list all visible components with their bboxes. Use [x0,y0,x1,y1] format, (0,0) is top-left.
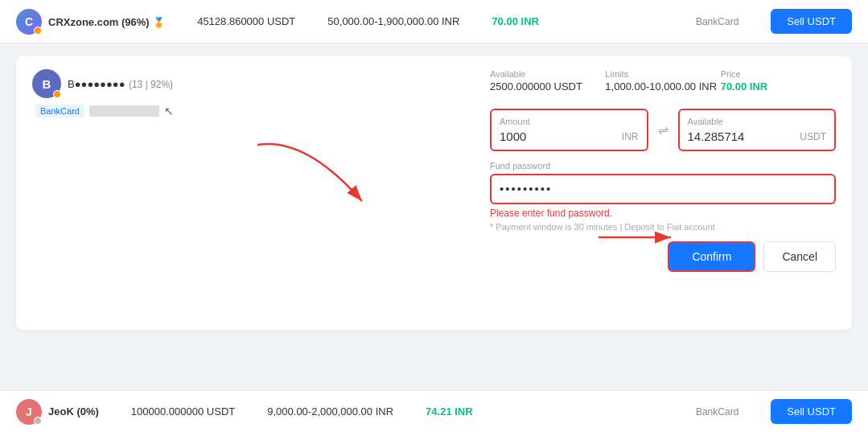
amount-inner: INR [500,130,639,143]
available-col: Available 2500.000000 USDT [490,69,605,93]
main-content: B B●●●●●●●● (13 | 92%) BankCard ●●●●●●●●… [0,43,868,390]
bottom-amount: 100000.000000 USDT [131,405,235,418]
fund-password-section: Fund password Please enter fund password… [490,161,836,232]
available-inner: USDT [688,130,827,143]
price-label: Price [721,69,836,79]
sell-usdt-button[interactable]: Sell USDT [771,9,852,34]
user-section: B B●●●●●●●● (13 | 92%) BankCard ●●●●●●●●… [32,69,209,117]
panel-header: Available 2500.000000 USDT Limits 1,000.… [490,69,836,99]
top-payment-method: BankCard [696,16,738,27]
user-name: B●●●●●●●● [68,78,125,90]
amount-label: Amount [500,117,639,126]
available-label: Available [490,69,605,79]
arrow-decoration-1 [241,129,402,228]
bottom-avatar: J [16,399,42,425]
error-message: Please enter fund password. [490,208,836,219]
top-amount: 45128.860000 USDT [197,15,295,27]
brand-rating: 🏅 [153,17,165,28]
limits-col: Limits 1,000.00-10,000.00 INR [605,69,720,93]
masked-account: ●●●●●●●●●●●● [89,105,159,117]
button-row: Confirm Cancel [490,241,836,272]
top-bar: C CRXzone.com (96%) 🏅 45128.860000 USDT … [0,0,868,43]
bankcard-tag: BankCard [35,105,84,117]
available-field-label: Available [688,117,827,126]
available-value: 2500.000000 USDT [490,80,605,93]
fund-password-input[interactable] [500,182,826,195]
price-value: 70.00 INR [721,80,836,93]
brand-name: CRXzone.com (96%) [48,16,150,28]
trade-card: B B●●●●●●●● (13 | 92%) BankCard ●●●●●●●●… [16,56,852,330]
fund-password-group [490,174,836,204]
brand-avatar: C [16,9,42,35]
limits-label: Limits [605,69,720,79]
amount-unit: INR [622,131,639,142]
user-avatar: B [32,69,61,98]
top-range: 50,000.00-1,900,000.00 INR [327,15,459,27]
available-unit: USDT [800,131,826,142]
available-input[interactable] [688,130,800,143]
bottom-range: 9,000.00-2,000,000.00 INR [267,405,393,418]
confirm-button[interactable]: Confirm [668,241,755,272]
bottom-user-name: JeoK (0%) [48,405,99,418]
cursor-icon: ↖ [164,105,174,117]
bottom-bar: J JeoK (0%) 100000.000000 USDT 9,000.00-… [0,390,868,432]
info-text: * Payment window is 30 minutes | Deposit… [490,222,836,232]
bottom-sell-button[interactable]: Sell USDT [771,399,852,424]
limits-value: 1,000.00-10,000.00 INR [605,80,720,93]
amount-input[interactable] [500,130,622,143]
bottom-payment-method: BankCard [696,406,738,418]
available-field: Available USDT [678,109,837,151]
top-price: 70.00 INR [492,15,539,27]
price-col: Price 70.00 INR [721,69,836,93]
user-stats: (13 | 92%) [129,79,173,90]
payment-info: BankCard ●●●●●●●●●●●● ↖ [35,105,209,117]
button-area: Confirm Cancel [490,241,836,272]
fund-password-label: Fund password [490,161,836,171]
amount-row: Amount INR ⇌ Available USDT [490,109,836,151]
bottom-brand: J JeoK (0%) [16,399,99,425]
bottom-price: 74.21 INR [426,405,473,418]
cancel-button[interactable]: Cancel [763,241,836,272]
brand-section: C CRXzone.com (96%) 🏅 [16,9,165,35]
user-header: B B●●●●●●●● (13 | 92%) [32,69,209,98]
swap-icon: ⇌ [655,122,672,138]
amount-field: Amount INR [490,109,648,151]
right-panel: Available 2500.000000 USDT Limits 1,000.… [490,69,836,272]
